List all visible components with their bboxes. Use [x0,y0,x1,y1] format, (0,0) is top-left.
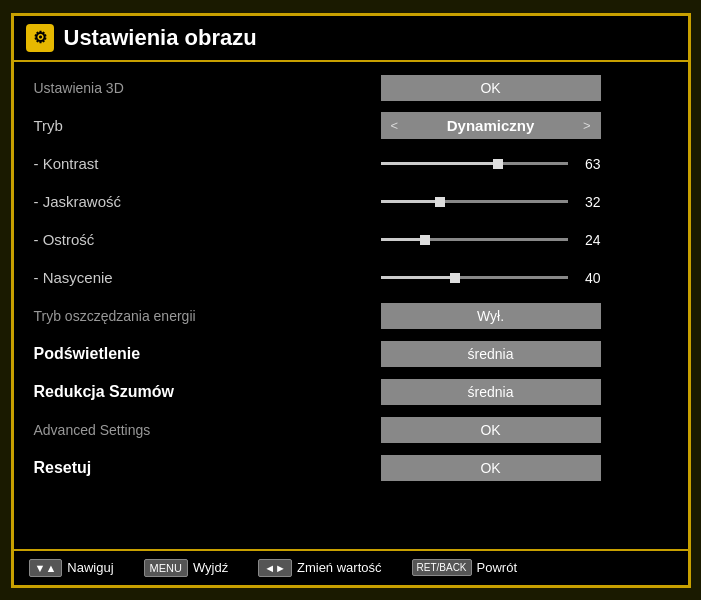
btn-ustawienia3d[interactable]: OK [381,75,601,101]
value-tryb: Dynamiczny [398,117,583,134]
slider-value-jaskrawosc: 32 [576,194,601,210]
footer: ▼▲ Nawiguj MENU Wyjdź ◄► Zmień wartość R… [14,549,688,585]
control-ostrosc: 24 [314,232,668,248]
control-ustawienia3d: OK [314,75,668,101]
slider-thumb-ostrosc[interactable] [420,235,430,245]
slider-container-kontrast: 63 [381,156,601,172]
control-podswietlenie: średnia [314,341,668,367]
label-redukcja: Redukcja Szumów [34,383,314,401]
change-label: Zmień wartość [297,560,382,575]
label-energymode: Tryb oszczędzania energii [34,308,314,324]
control-tryb: <Dynamiczny> [314,112,668,139]
slider-value-ostrosc: 24 [576,232,601,248]
back-key: RET/BACK [412,559,472,576]
slider-fill-ostrosc [381,238,426,241]
label-ustawienia3d: Ustawienia 3D [34,80,314,96]
title-icon: ⚙ [26,24,54,52]
nav-keys: ▼▲ [29,559,63,577]
label-ostrosc: - Ostrość [34,231,314,248]
control-kontrast: 63 [314,156,668,172]
btn-advanced[interactable]: OK [381,417,601,443]
label-nasycenie: - Nasycenie [34,269,314,286]
row-advanced: Advanced SettingsOK [34,414,668,446]
slider-fill-nasycenie [381,276,456,279]
menu-label: Wyjdź [193,560,228,575]
settings-content: Ustawienia 3DOKTryb<Dynamiczny>- Kontras… [14,62,688,549]
slider-value-nasycenie: 40 [576,270,601,286]
btn-podswietlenie[interactable]: średnia [381,341,601,367]
label-tryb: Tryb [34,117,314,134]
label-advanced: Advanced Settings [34,422,314,438]
footer-change: ◄► Zmień wartość [258,559,381,577]
row-redukcja: Redukcja Szumówśrednia [34,376,668,408]
nav-label: Nawiguj [67,560,113,575]
back-label: Powrót [477,560,517,575]
slider-fill-jaskrawosc [381,200,441,203]
label-kontrast: - Kontrast [34,155,314,172]
slider-track-nasycenie[interactable] [381,276,568,279]
label-resetuj: Resetuj [34,459,314,477]
nav-key: ▼▲ [29,559,63,577]
slider-container-ostrosc: 24 [381,232,601,248]
change-keys: ◄► [258,559,292,577]
label-podswietlenie: Podświetlenie [34,345,314,363]
slider-track-jaskrawosc[interactable] [381,200,568,203]
footer-menu: MENU Wyjdź [144,559,229,577]
slider-container-jaskrawosc: 32 [381,194,601,210]
row-podswietlenie: Podświetlenieśrednia [34,338,668,370]
slider-container-nasycenie: 40 [381,270,601,286]
row-resetuj: ResetujOK [34,452,668,484]
slider-thumb-kontrast[interactable] [493,159,503,169]
change-key: ◄► [258,559,292,577]
btn-tryb[interactable]: <Dynamiczny> [381,112,601,139]
slider-thumb-jaskrawosc[interactable] [435,197,445,207]
label-jaskrawosc: - Jaskrawość [34,193,314,210]
main-window: ⚙ Ustawienia obrazu Ustawienia 3DOKTryb<… [11,13,691,588]
menu-key: MENU [144,559,188,577]
control-nasycenie: 40 [314,270,668,286]
control-advanced: OK [314,417,668,443]
back-keys: RET/BACK [412,559,472,576]
row-nasycenie: - Nasycenie40 [34,262,668,294]
row-ostrosc: - Ostrość24 [34,224,668,256]
row-ustawienia3d: Ustawienia 3DOK [34,72,668,104]
slider-track-kontrast[interactable] [381,162,568,165]
title-bar: ⚙ Ustawienia obrazu [14,16,688,62]
row-tryb: Tryb<Dynamiczny> [34,110,668,142]
left-arrow-tryb[interactable]: < [391,118,399,133]
control-resetuj: OK [314,455,668,481]
slider-value-kontrast: 63 [576,156,601,172]
right-arrow-tryb[interactable]: > [583,118,591,133]
btn-energymode[interactable]: Wył. [381,303,601,329]
control-redukcja: średnia [314,379,668,405]
page-title: Ustawienia obrazu [64,25,257,51]
footer-back: RET/BACK Powrót [412,559,517,576]
row-kontrast: - Kontrast63 [34,148,668,180]
slider-thumb-nasycenie[interactable] [450,273,460,283]
row-jaskrawosc: - Jaskrawość32 [34,186,668,218]
control-energymode: Wył. [314,303,668,329]
menu-keys: MENU [144,559,188,577]
btn-redukcja[interactable]: średnia [381,379,601,405]
control-jaskrawosc: 32 [314,194,668,210]
slider-track-ostrosc[interactable] [381,238,568,241]
row-energymode: Tryb oszczędzania energiiWył. [34,300,668,332]
slider-fill-kontrast [381,162,499,165]
footer-navigate: ▼▲ Nawiguj [29,559,114,577]
btn-resetuj[interactable]: OK [381,455,601,481]
